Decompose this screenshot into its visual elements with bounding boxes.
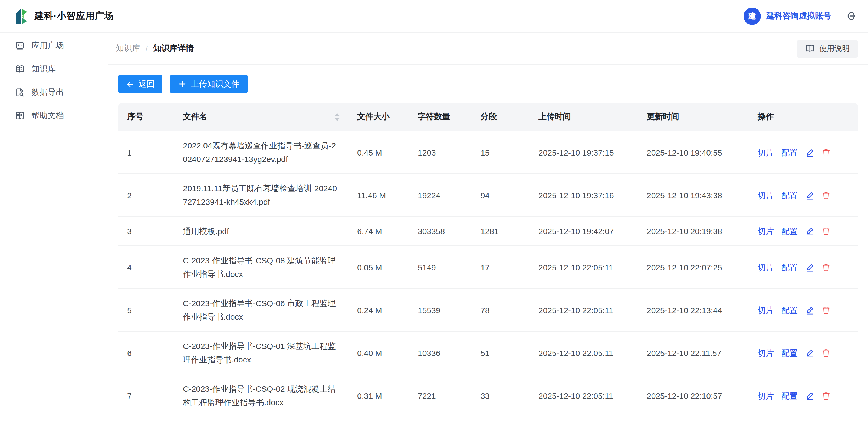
col-file-name: 文件名 [174, 103, 348, 131]
breadcrumb: 知识库 / 知识库详情 使用说明 [108, 32, 868, 65]
row-file-size: 0.31 M [348, 374, 409, 417]
table-row: 1 2022.04既有幕墙巡查作业指导书-巡查员-20240727123941-… [118, 131, 858, 174]
delete-trash-icon[interactable] [822, 191, 831, 200]
row-char-count: 10336 [409, 332, 472, 374]
logout-icon[interactable] [845, 10, 856, 21]
row-update-time: 2025-12-10 22:10:57 [638, 374, 749, 417]
delete-trash-icon[interactable] [822, 148, 831, 157]
upload-knowledge-file-button[interactable]: 上传知识文件 [170, 75, 248, 93]
col-segments: 分段 [472, 103, 530, 131]
top-header: 建科·小智应用广场 建 建科咨询虚拟账号 [0, 0, 868, 32]
upload-label: 上传知识文件 [191, 79, 240, 89]
row-actions: 切片配置 [749, 217, 858, 246]
row-file-size: 0.05 M [348, 246, 409, 289]
delete-trash-icon[interactable] [822, 391, 831, 400]
row-index: 2 [118, 174, 174, 217]
row-file-size: 11.46 M [348, 174, 409, 217]
table-row: 5 C-2023-作业指导书-CSQ-06 市政工程监理作业指导书.docx 0… [118, 289, 858, 332]
config-link[interactable]: 配置 [781, 348, 798, 357]
doc-search-icon [15, 88, 24, 97]
row-upload-time: 2025-12-10 22:05:11 [530, 289, 638, 332]
sidebar-item-label: 帮助文档 [31, 111, 64, 121]
row-actions: 切片配置 [749, 374, 858, 417]
row-char-count: 5149 [409, 246, 472, 289]
sidebar-item-data-export[interactable]: 数据导出 [0, 81, 108, 104]
slice-link[interactable]: 切片 [757, 305, 774, 314]
file-table: 序号 文件名 文件大小 字符数量 分段 上传时间 更新时间 操作 [118, 103, 858, 417]
open-book-icon [15, 64, 24, 74]
row-file-size: 0.40 M [348, 332, 409, 374]
config-link[interactable]: 配置 [781, 305, 798, 314]
sidebar-item-app-plaza[interactable]: 应用广场 [0, 34, 108, 57]
row-upload-time: 2025-12-10 22:05:11 [530, 332, 638, 374]
table-row: 6 C-2023-作业指导书-CSQ-01 深基坑工程监理作业指导书.docx … [118, 332, 858, 374]
delete-trash-icon[interactable] [822, 226, 831, 236]
slice-link[interactable]: 切片 [757, 226, 774, 236]
app-title: 建科·小智应用广场 [35, 10, 114, 22]
row-segments: 17 [472, 246, 530, 289]
row-file-size: 0.24 M [348, 289, 409, 332]
row-upload-time: 2025-12-10 19:37:15 [530, 131, 638, 174]
config-link[interactable]: 配置 [781, 226, 798, 236]
edit-pencil-icon[interactable] [805, 391, 814, 400]
table-row: 4 C-2023-作业指导书-CSQ-08 建筑节能监理作业指导书.docx 0… [118, 246, 858, 289]
col-file-size: 文件大小 [348, 103, 409, 131]
edit-pencil-icon[interactable] [805, 226, 814, 236]
account-area: 建 建科咨询虚拟账号 [744, 7, 856, 25]
row-update-time: 2025-12-10 19:40:55 [638, 131, 749, 174]
usage-guide-button[interactable]: 使用说明 [797, 39, 858, 58]
breadcrumb-separator: / [146, 44, 148, 53]
slice-link[interactable]: 切片 [757, 348, 774, 357]
col-char-count: 字符数量 [409, 103, 472, 131]
plus-icon [178, 80, 186, 88]
delete-trash-icon[interactable] [822, 348, 831, 357]
col-upload-time: 上传时间 [530, 103, 638, 131]
config-link[interactable]: 配置 [781, 262, 798, 272]
app-root: 建科·小智应用广场 建 建科咨询虚拟账号 应用广场 [0, 0, 868, 421]
slice-link[interactable]: 切片 [757, 391, 774, 400]
app-window-icon [15, 41, 24, 50]
row-segments: 1281 [472, 217, 530, 246]
row-segments: 15 [472, 131, 530, 174]
row-index: 3 [118, 217, 174, 246]
avatar[interactable]: 建 [744, 7, 761, 25]
row-file-name: C-2023-作业指导书-CSQ-08 建筑节能监理作业指导书.docx [174, 246, 348, 289]
config-link[interactable]: 配置 [781, 191, 798, 200]
config-link[interactable]: 配置 [781, 148, 798, 157]
row-actions: 切片配置 [749, 131, 858, 174]
row-update-time: 2025-12-10 22:07:25 [638, 246, 749, 289]
edit-pencil-icon[interactable] [805, 305, 814, 314]
account-name[interactable]: 建科咨询虚拟账号 [766, 11, 831, 21]
delete-trash-icon[interactable] [822, 262, 831, 272]
row-update-time: 2025-12-10 20:19:38 [638, 217, 749, 246]
row-update-time: 2025-12-10 19:43:38 [638, 174, 749, 217]
row-char-count: 1203 [409, 131, 472, 174]
slice-link[interactable]: 切片 [757, 262, 774, 272]
company-logo-icon [14, 8, 29, 24]
usage-guide-label: 使用说明 [819, 44, 849, 53]
edit-pencil-icon[interactable] [805, 348, 814, 357]
row-update-time: 2025-12-10 22:11:57 [638, 332, 749, 374]
breadcrumb-parent[interactable]: 知识库 [116, 43, 140, 54]
content: 返回 上传知识文件 [108, 65, 868, 417]
slice-link[interactable]: 切片 [757, 148, 774, 157]
edit-pencil-icon[interactable] [805, 262, 814, 272]
open-book-icon [15, 111, 24, 120]
row-file-name: 通用模板.pdf [174, 217, 348, 246]
col-index: 序号 [118, 103, 174, 131]
row-actions: 切片配置 [749, 246, 858, 289]
back-label: 返回 [138, 79, 155, 89]
slice-link[interactable]: 切片 [757, 191, 774, 200]
back-button[interactable]: 返回 [118, 75, 162, 93]
row-index: 1 [118, 131, 174, 174]
row-index: 7 [118, 374, 174, 417]
sidebar-item-knowledge-base[interactable]: 知识库 [0, 57, 108, 81]
edit-pencil-icon[interactable] [805, 148, 814, 157]
table-row: 2 2019.11.11新员工既有幕墙检查培训-20240727123941-k… [118, 174, 858, 217]
sidebar-item-help-docs[interactable]: 帮助文档 [0, 104, 108, 127]
row-segments: 33 [472, 374, 530, 417]
sort-caret-icon[interactable] [334, 113, 340, 121]
edit-pencil-icon[interactable] [805, 191, 814, 200]
config-link[interactable]: 配置 [781, 391, 798, 400]
delete-trash-icon[interactable] [822, 305, 831, 314]
